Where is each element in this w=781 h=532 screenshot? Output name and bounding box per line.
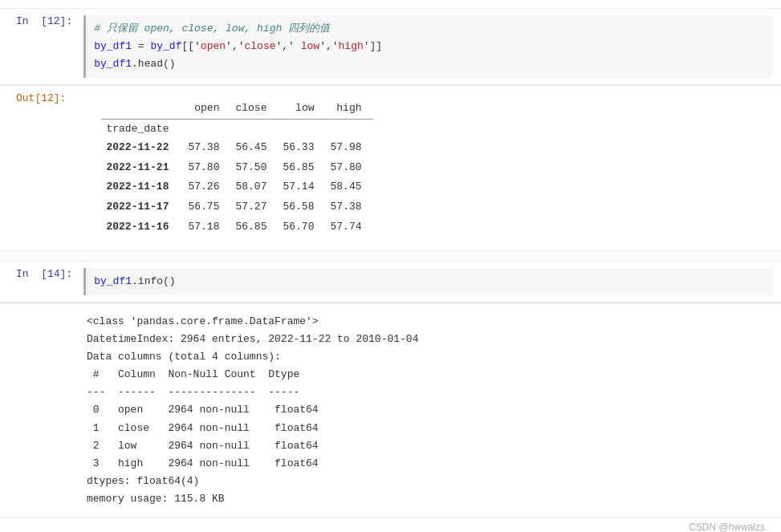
code-block-12: # 只保留 open, close, low, high 四列的值 by_df1… xyxy=(83,15,773,78)
col-header-close: close xyxy=(230,99,278,119)
cell-open-2: 57.26 xyxy=(183,177,230,197)
output-table-12: open close low high trade_date 2022-11-2… xyxy=(77,92,773,244)
info-line-3: # Column Non-Null Count Dtype xyxy=(87,366,773,384)
index-name-cell: trade_date xyxy=(101,120,372,138)
code-line-12-3: by_df1.head() xyxy=(94,55,765,73)
cell-output-14: <class 'pandas.core.frame.DataFrame'> Da… xyxy=(72,303,781,518)
cell-gap-1 xyxy=(0,251,781,261)
cell-out-14: <class 'pandas.core.frame.DataFrame'> Da… xyxy=(0,303,781,518)
cell-low-0: 56.33 xyxy=(278,138,325,158)
cell-low-2: 57.14 xyxy=(278,177,325,197)
row-index-0: 2022-11-22 xyxy=(101,138,183,158)
cell-open-3: 56.75 xyxy=(183,197,230,217)
cell-in-14: In [14]: by_df1.info() xyxy=(0,261,781,303)
table-row: 2022-11-18 57.26 58.07 57.14 58.45 xyxy=(101,177,372,197)
cell-label-out-12: Out[12]: xyxy=(0,86,74,250)
table-row: 2022-11-22 57.38 56.45 56.33 57.98 xyxy=(101,138,372,158)
table-row: 2022-11-17 56.75 57.27 56.58 57.38 xyxy=(101,197,372,217)
col-header-high: high xyxy=(325,99,372,119)
table-index-name-row: trade_date xyxy=(101,120,372,138)
notebook: In [12]: # 只保留 open, close, low, high 四列… xyxy=(0,0,781,532)
cell-code-14[interactable]: by_df1.info() xyxy=(80,262,781,302)
cell-label-in-14: In [14]: xyxy=(0,262,80,302)
cell-high-4: 57.74 xyxy=(325,217,372,238)
info-line-10: memory usage: 115.8 KB xyxy=(87,490,773,508)
code-line-14-1: by_df1.info() xyxy=(94,273,765,290)
info-block-14: <class 'pandas.core.frame.DataFrame'> Da… xyxy=(75,310,773,511)
info-line-6: 1 close 2964 non-null float64 xyxy=(87,420,773,437)
cell-low-4: 56.70 xyxy=(278,217,325,238)
col-header-open: open xyxy=(183,99,230,119)
info-line-8: 3 high 2964 non-null float64 xyxy=(87,455,773,473)
col-header-low: low xyxy=(278,99,325,119)
code-comment-12: # 只保留 open, close, low, high 四列的值 xyxy=(94,20,765,38)
cell-label-out-14 xyxy=(0,303,72,518)
cell-code-12[interactable]: # 只保留 open, close, low, high 四列的值 by_df1… xyxy=(80,9,781,84)
info-line-2: Data columns (total 4 columns): xyxy=(87,348,773,366)
cell-open-0: 57.38 xyxy=(183,138,230,158)
code-line-12-2: by_df1 = by_df[['open','close',' low','h… xyxy=(94,38,765,55)
info-line-1: DatetimeIndex: 2964 entries, 2022-11-22 … xyxy=(87,331,773,348)
dataframe-table: open close low high trade_date 2022-11-2… xyxy=(101,99,372,238)
cell-close-4: 56.85 xyxy=(230,217,278,238)
row-index-1: 2022-11-21 xyxy=(101,158,183,178)
row-index-3: 2022-11-17 xyxy=(101,197,183,217)
table-row: 2022-11-16 57.18 56.85 56.70 57.74 xyxy=(101,217,372,238)
info-line-5: 0 open 2964 non-null float64 xyxy=(87,401,773,419)
info-line-7: 2 low 2964 non-null float64 xyxy=(87,437,773,455)
cell-low-1: 56.85 xyxy=(278,158,325,178)
cell-close-3: 57.27 xyxy=(230,197,278,217)
cell-close-2: 58.07 xyxy=(230,177,278,197)
watermark: CSDN @hwwaizs xyxy=(0,518,781,532)
row-index-2: 2022-11-18 xyxy=(101,177,183,197)
table-row: 2022-11-21 57.80 57.50 56.85 57.80 xyxy=(101,158,372,178)
cell-high-3: 57.38 xyxy=(325,197,372,217)
col-header-index xyxy=(101,99,183,119)
table-header-row: open close low high xyxy=(101,99,372,119)
cell-out-12: Out[12]: open close low high xyxy=(0,85,781,251)
code-block-14: by_df1.info() xyxy=(83,268,773,295)
info-line-4: --- ------ -------------- ----- xyxy=(87,384,773,401)
cell-label-in-12: In [12]: xyxy=(0,9,80,84)
cell-in-12: In [12]: # 只保留 open, close, low, high 四列… xyxy=(0,8,781,85)
cell-close-0: 56.45 xyxy=(230,138,278,158)
cell-high-1: 57.80 xyxy=(325,158,372,178)
row-index-4: 2022-11-16 xyxy=(101,217,183,238)
cell-open-1: 57.80 xyxy=(183,158,230,178)
cell-high-0: 57.98 xyxy=(325,138,372,158)
cell-open-4: 57.18 xyxy=(183,217,230,238)
cell-high-2: 58.45 xyxy=(325,177,372,197)
info-line-9: dtypes: float64(4) xyxy=(87,473,773,490)
cell-low-3: 56.58 xyxy=(278,197,325,217)
info-line-0: <class 'pandas.core.frame.DataFrame'> xyxy=(87,313,773,331)
cell-output-12: open close low high trade_date 2022-11-2… xyxy=(74,86,781,250)
cell-close-1: 57.50 xyxy=(230,158,278,178)
